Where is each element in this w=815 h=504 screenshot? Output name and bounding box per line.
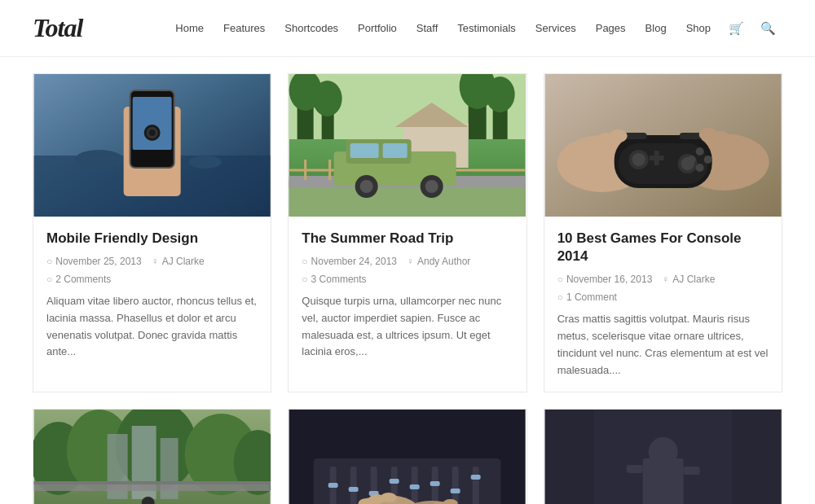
card-excerpt-1: Aliquam vitae libero auctor, rhoncus tel… <box>46 293 258 361</box>
comment-icon-2: ○ <box>302 274 307 285</box>
svg-point-44 <box>632 153 645 166</box>
site-header: Total Home Features Shortcodes Portfolio… <box>0 0 815 57</box>
svg-rect-112 <box>544 410 593 504</box>
card-image-wrapper-3 <box>544 74 782 217</box>
clock-icon-3: ○ <box>557 274 563 285</box>
user-icon-2: ♀ <box>407 256 414 267</box>
svg-point-9 <box>149 129 156 136</box>
blog-card-2: The Summer Road Trip ○ November 24, 2013… <box>288 73 526 392</box>
card-image-wrapper-6: ♪ <box>544 410 782 504</box>
search-icon[interactable]: 🔍 <box>754 16 782 41</box>
card-meta-1: ○ November 25, 2013 ♀ AJ Clarke <box>46 256 258 267</box>
nav-pages[interactable]: Pages <box>588 17 634 39</box>
blog-card-1: Mobile Friendly Design ○ November 25, 20… <box>33 73 271 392</box>
card-comments-3: ○ 1 Comment <box>557 291 769 303</box>
svg-point-50 <box>703 156 711 164</box>
card-comments-2: ○ 3 Comments <box>302 274 513 285</box>
comment-icon-1: ○ <box>46 274 52 285</box>
blog-grid: Mobile Friendly Design ○ November 25, 20… <box>33 73 782 504</box>
svg-rect-111 <box>683 467 699 475</box>
svg-rect-90 <box>430 481 440 486</box>
clock-icon-1: ○ <box>46 256 52 267</box>
svg-rect-80 <box>328 483 338 488</box>
svg-point-51 <box>687 156 695 164</box>
card-image-wrapper-5 <box>289 410 526 504</box>
svg-rect-6 <box>133 97 172 150</box>
card-image-wrapper-4 <box>33 410 271 504</box>
blog-card-4 <box>33 409 271 504</box>
blog-card-3: 10 Best Games For Console 2014 ○ Novembe… <box>544 73 782 392</box>
card-author-2: ♀ Andy Author <box>407 256 470 267</box>
svg-point-35 <box>425 180 438 193</box>
card-title-1[interactable]: Mobile Friendly Design <box>46 230 258 248</box>
svg-rect-36 <box>350 143 379 158</box>
blog-card-5 <box>288 409 526 504</box>
svg-point-19 <box>486 77 515 112</box>
card-author-1: ♀ AJ Clarke <box>152 256 205 267</box>
svg-rect-93 <box>473 467 479 504</box>
card-body-1: Mobile Friendly Design ○ November 25, 20… <box>33 217 271 374</box>
card-comments-1: ○ 2 Comments <box>46 274 258 285</box>
svg-rect-86 <box>390 479 399 484</box>
nav-features[interactable]: Features <box>215 17 273 39</box>
card-meta-3: ○ November 16, 2013 ♀ AJ Clarke <box>557 274 769 285</box>
card-body-3: 10 Best Games For Console 2014 ○ Novembe… <box>544 217 782 392</box>
card-image-6[interactable] <box>544 410 782 504</box>
card-date-2: ○ November 24, 2013 <box>302 256 397 267</box>
svg-rect-48 <box>654 151 659 165</box>
svg-point-109 <box>648 437 677 467</box>
svg-point-33 <box>360 180 373 193</box>
comment-icon-3: ○ <box>557 291 563 303</box>
nav-portfolio[interactable]: Portfolio <box>350 17 405 39</box>
card-image-3[interactable] <box>544 74 782 217</box>
svg-point-60 <box>698 128 716 141</box>
nav-blog[interactable]: Blog <box>637 17 675 39</box>
main-content: Mobile Friendly Design ○ November 25, 20… <box>0 57 815 504</box>
svg-rect-92 <box>451 489 460 493</box>
card-excerpt-3: Cras mattis sagittis volutpat. Mauris ri… <box>557 311 769 379</box>
card-date-1: ○ November 25, 2013 <box>46 256 142 267</box>
svg-point-2 <box>75 150 124 169</box>
nav-shortcodes[interactable]: Shortcodes <box>276 17 346 39</box>
card-image-2[interactable] <box>289 74 526 217</box>
svg-rect-76 <box>34 481 271 484</box>
card-image-5[interactable] <box>289 410 526 504</box>
card-excerpt-2: Quisque turpis urna, ullamcorper nec nun… <box>302 293 513 361</box>
blog-card-6: ♪ <box>544 409 782 504</box>
svg-rect-113 <box>732 410 781 504</box>
svg-rect-88 <box>410 484 420 489</box>
svg-rect-37 <box>383 143 408 158</box>
nav-home[interactable]: Home <box>167 17 212 39</box>
card-image-1[interactable] <box>33 74 271 217</box>
clock-icon-2: ○ <box>302 256 307 267</box>
svg-point-102 <box>381 493 397 502</box>
svg-rect-110 <box>626 465 642 473</box>
main-nav: Home Features Shortcodes Portfolio Staff… <box>167 16 782 41</box>
card-meta-2: ○ November 24, 2013 ♀ Andy Author <box>302 256 513 267</box>
user-icon-3: ♀ <box>662 274 669 285</box>
svg-point-49 <box>695 147 703 156</box>
svg-point-3 <box>189 156 222 169</box>
svg-point-57 <box>609 129 627 142</box>
card-body-2: The Summer Road Trip ○ November 24, 2013… <box>289 217 526 374</box>
cart-icon[interactable]: 🛒 <box>722 16 751 41</box>
card-date-3: ○ November 16, 2013 <box>557 274 653 285</box>
card-title-2[interactable]: The Summer Road Trip <box>302 230 513 248</box>
svg-point-15 <box>313 81 342 116</box>
nav-shop[interactable]: Shop <box>678 17 719 39</box>
nav-services[interactable]: Services <box>527 17 584 39</box>
svg-rect-82 <box>349 487 359 492</box>
card-image-4[interactable] <box>33 410 271 504</box>
svg-rect-94 <box>471 475 481 480</box>
card-title-3[interactable]: 10 Best Games For Console 2014 <box>557 230 769 265</box>
site-logo[interactable]: Total <box>33 13 82 43</box>
card-image-wrapper-2 <box>289 74 526 217</box>
card-author-3: ♀ AJ Clarke <box>662 274 715 285</box>
svg-point-52 <box>695 164 703 172</box>
user-icon-1: ♀ <box>152 256 159 267</box>
svg-rect-91 <box>452 467 459 504</box>
card-image-wrapper-1 <box>33 74 271 217</box>
nav-testimonials[interactable]: Testimonials <box>449 17 524 39</box>
svg-rect-81 <box>350 467 357 504</box>
nav-staff[interactable]: Staff <box>408 17 447 39</box>
